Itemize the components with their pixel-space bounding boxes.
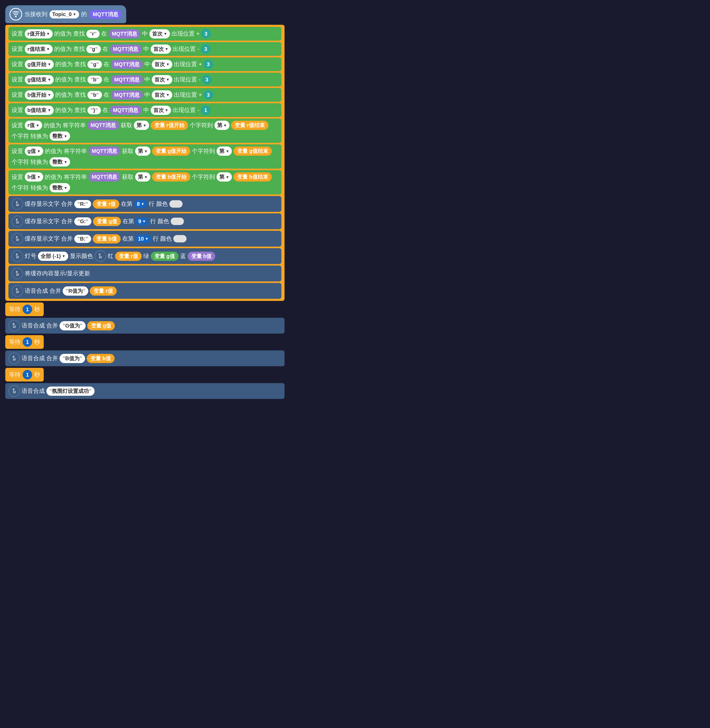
var-b-start[interactable]: b值开始: [25, 90, 54, 100]
type-r[interactable]: 整数: [50, 132, 70, 141]
prefix-r: "R:": [74, 200, 91, 208]
type-b[interactable]: 整数: [50, 183, 70, 192]
var-r-end[interactable]: r值结束: [25, 44, 53, 54]
search-char-g1: "g": [87, 45, 101, 53]
pos1-b[interactable]: 第: [135, 172, 150, 182]
row-10[interactable]: 10: [135, 235, 151, 243]
var-g-start[interactable]: g值开始: [25, 60, 54, 69]
header-block: 当接收到 Topic_0 的 MQTT消息: [5, 5, 126, 23]
var-r-speech: 变量 r值: [90, 286, 116, 296]
k10-icon-5: K10: [12, 285, 23, 296]
var-g-end[interactable]: g值结束: [25, 75, 54, 84]
speech-final-text: "氛围灯设置成功": [46, 386, 95, 396]
svg-point-0: [15, 16, 17, 17]
search-char-b1: "b": [88, 76, 102, 84]
pos1-g[interactable]: 第: [135, 147, 150, 156]
wait-block-2: 等待 1 秒: [5, 335, 44, 349]
mqtt-source-2: MQTT消息: [111, 60, 143, 69]
k10-icon-6: K10: [9, 320, 20, 332]
mode-first-2[interactable]: 首次: [152, 60, 172, 69]
prefix-b: "B:": [74, 235, 91, 243]
pos1-r[interactable]: 第: [134, 121, 149, 130]
outer-wrapper: 设置 r值开始 的值为 查找 "r" 在 MQTT消息 中 首次 出现位置 + …: [5, 25, 285, 301]
color-toggle-b[interactable]: [173, 235, 186, 242]
var-g-val[interactable]: g值: [25, 147, 43, 156]
row-8[interactable]: 8: [134, 200, 147, 208]
extract-g-block: 设置 g值 的值为 将字符串 MQTT消息 获取 第 变量 g值开始 个字符到 …: [9, 144, 282, 169]
mqtt-source-r: MQTT消息: [88, 121, 119, 130]
header-connector: 的: [81, 10, 87, 18]
set-r-end-block: 设置 r值结束 的值为 查找 "g" 在 MQTT消息 中 首次 出现位置 - …: [9, 42, 282, 56]
num-3-0: 3: [201, 29, 211, 38]
num-3-2: 3: [204, 60, 213, 69]
main-container: 当接收到 Topic_0 的 MQTT消息 设置 r值开始 的值为 查找 "r"…: [5, 5, 285, 399]
var-g-speech: 变量 g值: [87, 321, 115, 330]
header-receive-label: 当接收到: [24, 10, 47, 18]
mqtt-source-3: MQTT消息: [111, 75, 143, 84]
speech-g-block: K10 语音合成 合并 "G值为" 变量 g值: [5, 318, 285, 333]
k10-icon-3: K10: [12, 250, 23, 262]
extract-r-block: 设置 r值 的值为 将字符串 MQTT消息 获取 第 变量 r值开始 个字符到 …: [9, 119, 282, 143]
light-group[interactable]: 全部 (-1): [38, 252, 68, 261]
wait-num-3: 1: [23, 370, 32, 379]
var-g-end-ref: 变量 g值结束: [233, 147, 272, 156]
mqtt-source-0: MQTT消息: [109, 29, 141, 38]
search-char-r: "r": [87, 30, 100, 38]
var-b-val[interactable]: b值: [25, 172, 43, 182]
k10-icon-0: K10: [12, 198, 23, 210]
speech-prefix-b: "B值为": [60, 354, 85, 363]
var-b-end-ref: 变量 b值结束: [233, 172, 272, 182]
k10-icon-4: K10: [12, 268, 23, 279]
search-char-brace: "}": [88, 106, 101, 114]
var-g-start-ref: 变量 g值开始: [152, 147, 191, 156]
topic-dropdown[interactable]: Topic_0: [50, 10, 79, 18]
var-b-display: 变量 b值: [93, 234, 121, 244]
search-char-b2: "b": [88, 91, 102, 99]
speech-b-block: K10 语音合成 合并 "B值为" 变量 b值: [5, 351, 285, 366]
light-block: K10 灯号 全部 (-1) 显示颜色 K10 红 变量 r值 绿 变量 g值 …: [9, 248, 282, 264]
speech-prefix-g: "G值为": [60, 321, 86, 330]
mode-first-1[interactable]: 首次: [151, 44, 171, 54]
display-r-block: K10 缓存显示文字 合并 "R:" 变量 r值 在第 8 行 颜色: [9, 196, 282, 212]
var-b-light: 变量 b值: [188, 252, 216, 261]
var-g-light: 变量 g值: [151, 252, 179, 261]
display-g-block: K10 缓存显示文字 合并 "G:" 变量 g值 在第 9 行 颜色: [9, 213, 282, 229]
mqtt-source-4: MQTT消息: [111, 90, 143, 100]
var-b-end[interactable]: b值结束: [25, 106, 54, 115]
mqtt-icon: [9, 8, 22, 21]
wait-block-3: 等待 1 秒: [5, 368, 44, 382]
set-label-0: 设置: [12, 30, 23, 38]
color-toggle-r[interactable]: [169, 200, 183, 208]
wait-block-1: 等待 1 秒: [5, 302, 44, 316]
refresh-block: K10 将缓存内容显示/显示更新: [9, 266, 282, 282]
mqtt-source-1: MQTT消息: [110, 44, 142, 54]
var-b-speech: 变量 b值: [87, 354, 114, 363]
var-r-val[interactable]: r值: [25, 121, 42, 130]
var-g-display: 变量 g值: [93, 217, 121, 226]
pos2-r[interactable]: 第: [214, 121, 230, 130]
row-9[interactable]: 9: [136, 217, 148, 226]
pos2-b[interactable]: 第: [217, 172, 232, 182]
k10-icon-inner: K10: [95, 250, 106, 262]
num-3-1: 3: [201, 44, 210, 54]
mode-first-5[interactable]: 首次: [151, 106, 171, 115]
num-3-3: 3: [202, 75, 211, 84]
var-r-start-ref: 变量 r值开始: [151, 121, 188, 130]
k10-icon-1: K10: [12, 216, 23, 227]
color-toggle-g[interactable]: [171, 218, 184, 225]
k10-icon-8: K10: [9, 385, 20, 397]
num-1-0: 1: [201, 106, 210, 115]
display-b-block: K10 缓存显示文字 合并 "B:" 变量 b值 在第 10 行 颜色: [9, 231, 282, 247]
k10-icon-2: K10: [12, 233, 23, 245]
mode-first-4[interactable]: 首次: [152, 90, 172, 100]
set-g-end-block: 设置 g值结束 的值为 查找 "b" 在 MQTT消息 中 首次 出现位置 - …: [9, 73, 282, 87]
mode-first-0[interactable]: 首次: [150, 29, 170, 38]
set-b-start-block: 设置 b值开始 的值为 查找 "b" 在 MQTT消息 中 首次 出现位置 + …: [9, 88, 282, 102]
var-r-start[interactable]: r值开始: [25, 29, 53, 38]
mode-first-3[interactable]: 首次: [152, 75, 172, 84]
speech-r-block: K10 语音合成 合并 "R值为" 变量 r值: [9, 283, 282, 299]
num-3-4: 3: [204, 90, 213, 100]
k10-icon-7: K10: [9, 352, 20, 364]
pos2-g[interactable]: 第: [217, 147, 232, 156]
type-g[interactable]: 整数: [50, 157, 70, 166]
